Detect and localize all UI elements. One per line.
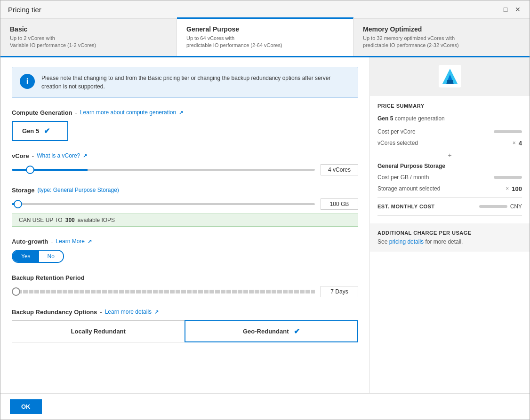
autogrowth-external-icon: ↗ <box>88 238 92 245</box>
window-title: Pricing tier <box>8 6 41 14</box>
minimize-button[interactable]: □ <box>501 5 510 14</box>
autogrowth-section: Auto-growth - Learn More ↗ Yes No <box>12 238 358 263</box>
svg-rect-3 <box>447 80 453 84</box>
vcore-slider-container: 4 vCores <box>12 164 358 175</box>
storage-amount-value: 100 <box>512 185 522 192</box>
backup-redundancy-external-icon: ↗ <box>154 309 159 315</box>
additional-charge-text: See pricing details for more detail. <box>377 238 522 245</box>
product-logo <box>439 65 461 87</box>
tab-basic[interactable]: Basic Up to 2 vCores with Variable IO pe… <box>0 19 177 56</box>
compute-section: Compute Generation - Learn more about co… <box>12 109 358 141</box>
tab-general-purpose[interactable]: General Purpose Up to 64 vCores with pre… <box>177 17 353 56</box>
price-plus-divider: + <box>377 151 522 159</box>
tab-memory-optimized[interactable]: Memory Optimized Up to 32 memory optimiz… <box>353 19 530 56</box>
autogrowth-no-btn[interactable]: No <box>39 251 63 262</box>
backup-retention-label: Backup Retention Period <box>12 274 358 281</box>
price-header <box>370 57 530 95</box>
iops-value: 300 <box>65 217 75 223</box>
backup-redundancy-section: Backup Redundancy Options - Learn more d… <box>12 309 358 342</box>
info-icon: i <box>20 74 35 89</box>
vcore-external-icon: ↗ <box>83 153 87 159</box>
left-panel: i Please note that changing to and from … <box>0 57 369 393</box>
price-summary: PRICE SUMMARY Gen 5 compute generation C… <box>370 95 530 223</box>
backup-redundancy-label: Backup Redundancy Options - Learn more d… <box>12 309 358 316</box>
close-button[interactable]: ✕ <box>514 5 522 14</box>
monthly-cost-pill <box>479 205 507 208</box>
gen5-check-icon: ✔ <box>44 127 50 135</box>
geo-redundant-btn[interactable]: Geo-Redundant ✔ <box>185 320 359 342</box>
monthly-cost-row: EST. MONTHLY COST CNY <box>377 197 522 216</box>
info-banner: i Please note that changing to and from … <box>12 67 358 98</box>
cost-per-gb-row: Cost per GB / month <box>377 174 522 181</box>
storage-section: Storage (type: General Purpose Storage) … <box>12 187 358 227</box>
storage-section-title: General Purpose Storage <box>377 163 522 169</box>
cost-per-gb-label: Cost per GB / month <box>377 174 429 181</box>
cost-per-vcore-row: Cost per vCore <box>377 128 522 135</box>
iops-prefix: CAN USE UP TO <box>19 217 63 223</box>
vcores-selected-row: vCores selected × 4 <box>377 140 522 147</box>
monthly-cost-label: EST. MONTHLY COST <box>377 204 435 209</box>
autogrowth-yes-btn[interactable]: Yes <box>13 251 39 262</box>
vcores-selected-value: 4 <box>519 140 522 147</box>
tab-gp-desc1: Up to 64 vCores with <box>186 35 344 42</box>
backup-redundancy-link[interactable]: Learn more details <box>105 309 152 315</box>
pricing-tier-window: Pricing tier □ ✕ Basic Up to 2 vCores wi… <box>0 0 530 420</box>
backup-retention-slider[interactable] <box>12 290 315 293</box>
storage-slider-container: 100 GB <box>12 198 358 210</box>
gen5-option[interactable]: Gen 5 ✔ <box>12 121 68 141</box>
storage-type-label: (type: General Purpose Storage) <box>37 187 119 193</box>
storage-label: Storage (type: General Purpose Storage) <box>12 187 358 194</box>
right-panel: PRICE SUMMARY Gen 5 compute generation C… <box>369 57 530 393</box>
cost-per-gb-value <box>494 176 522 179</box>
gen-options: Gen 5 ✔ <box>12 121 358 141</box>
vcore-label: vCore - What is a vCore? ↗ <box>12 152 358 159</box>
redundancy-options: Locally Redundant Geo-Redundant ✔ <box>12 320 358 342</box>
window-controls: □ ✕ <box>501 5 522 14</box>
ok-button[interactable]: OK <box>10 399 42 414</box>
additional-charge-title: ADDITIONAL CHARGE PER USAGE <box>377 230 522 236</box>
tier-tabs: Basic Up to 2 vCores with Variable IO pe… <box>0 19 530 57</box>
additional-charge-section: ADDITIONAL CHARGE PER USAGE See pricing … <box>370 223 530 252</box>
autogrowth-toggle: Yes No <box>12 250 64 263</box>
bottom-bar: OK <box>0 393 530 420</box>
storage-slider[interactable] <box>12 203 315 205</box>
info-text: Please note that changing to and from th… <box>41 74 350 91</box>
autogrowth-link[interactable]: Learn More <box>56 238 85 245</box>
cost-per-vcore-value <box>494 130 522 133</box>
storage-value: 100 GB <box>321 198 358 210</box>
tab-basic-desc1: Up to 2 vCores with <box>10 35 167 42</box>
tab-mo-name: Memory Optimized <box>363 25 520 33</box>
vcore-link[interactable]: What is a vCore? <box>37 152 80 159</box>
locally-redundant-btn[interactable]: Locally Redundant <box>12 320 185 342</box>
backup-slider-container: 7 Days <box>12 286 358 297</box>
autogrowth-label: Auto-growth - Learn More ↗ <box>12 238 358 245</box>
compute-label: Compute Generation - Learn more about co… <box>12 109 358 116</box>
tab-gp-desc2: predictable IO performance (2-64 vCores) <box>186 42 344 49</box>
tab-basic-desc2: Variable IO performance (1-2 vCores) <box>10 42 167 49</box>
tab-mo-desc2: predictable IO performance (2-32 vCores) <box>363 42 520 49</box>
vcore-value: 4 vCores <box>321 164 358 175</box>
monthly-cost-value: CNY <box>479 203 522 210</box>
tab-basic-name: Basic <box>10 25 167 33</box>
price-gen-label: Gen 5 compute generation <box>377 115 522 122</box>
tab-mo-desc1: Up to 32 memory optimized vCores with <box>363 35 520 42</box>
geo-redundant-check-icon: ✔ <box>294 327 300 336</box>
iops-suffix: available IOPS <box>78 217 115 223</box>
pricing-details-link[interactable]: pricing details <box>389 238 424 245</box>
monthly-currency: CNY <box>510 203 522 210</box>
external-link-icon: ↗ <box>179 110 183 116</box>
vcore-section: vCore - What is a vCore? ↗ 4 vCores <box>12 152 358 175</box>
compute-learn-more-link[interactable]: Learn more about compute generation <box>80 109 176 116</box>
price-summary-title: PRICE SUMMARY <box>377 103 522 109</box>
iops-bar: CAN USE UP TO 300 available IOPS <box>12 214 358 227</box>
cost-per-vcore-label: Cost per vCore <box>377 128 416 135</box>
main-content: i Please note that changing to and from … <box>0 57 530 393</box>
title-bar: Pricing tier □ ✕ <box>0 0 530 19</box>
storage-amount-label: Storage amount selected <box>377 185 440 192</box>
vcore-slider[interactable] <box>12 169 315 171</box>
tab-gp-name: General Purpose <box>186 25 344 33</box>
storage-amount-row: Storage amount selected × 100 <box>377 185 522 192</box>
backup-retention-value: 7 Days <box>321 286 358 297</box>
backup-retention-section: Backup Retention Period 7 Days <box>12 274 358 297</box>
gen5-label: Gen 5 <box>22 127 39 135</box>
